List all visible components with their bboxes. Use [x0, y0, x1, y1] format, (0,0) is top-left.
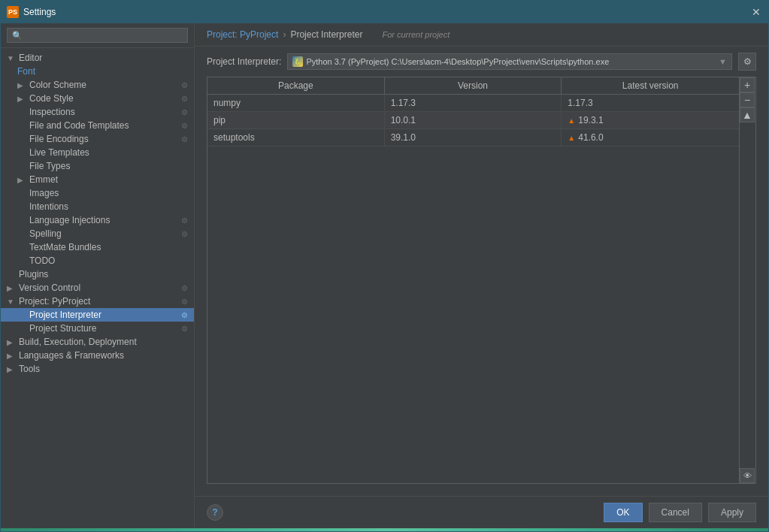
sidebar-item-label: Plugins [19, 269, 48, 280]
upgrade-package-button[interactable]: ▲ [740, 107, 755, 122]
expand-icon: ▼ [7, 298, 17, 306]
table-row[interactable]: numpy 1.17.3 1.17.3 [207, 95, 739, 112]
interpreter-label: Project Interpreter: [207, 56, 281, 67]
breadcrumb-current: Project Interpreter [290, 29, 362, 40]
interpreter-row: Project Interpreter: 🐍 Python 3.7 (PyPro… [195, 47, 768, 77]
sidebar-item-label: Images [29, 188, 59, 198]
sidebar-item-label: TextMate Bundles [29, 242, 101, 252]
expand-icon: ▶ [17, 176, 28, 184]
settings-icon: ⚙ [181, 135, 188, 144]
sidebar-item-label: Editor [19, 53, 42, 63]
app-icon: PS [7, 6, 19, 18]
settings-window: PS Settings ✕ ▼ Editor Font ▶ Col [0, 0, 769, 532]
breadcrumb-project[interactable]: Project: PyProject [207, 29, 278, 40]
main-layout: ▼ Editor Font ▶ Color Scheme ⚙ ▶ Code St… [1, 23, 768, 528]
breadcrumb: Project: PyProject › Project Interpreter… [195, 23, 768, 47]
sidebar-item-label: Emmet [29, 174, 58, 185]
close-button[interactable]: ✕ [750, 6, 762, 18]
sidebar-item-textmate-bundles[interactable]: ▶ TextMate Bundles [1, 240, 194, 254]
sidebar-item-build-execution[interactable]: ▶ Build, Execution, Deployment [1, 335, 194, 349]
sidebar-item-label: Languages & Frameworks [19, 350, 124, 361]
column-latest[interactable]: Latest version [562, 77, 739, 94]
packages-panel: Package Version Latest version numpy [207, 77, 756, 484]
column-version-label: Version [458, 80, 488, 91]
settings-icon: ⚙ [181, 311, 188, 319]
ok-button[interactable]: OK [604, 503, 642, 522]
upgrade-arrow-icon: ▲ [568, 116, 575, 125]
column-package-label: Package [278, 80, 313, 91]
sidebar-item-plugins[interactable]: ▶ Plugins [1, 268, 194, 281]
sidebar-item-label: Font [17, 66, 35, 77]
sidebar-item-color-scheme[interactable]: ▶ Color Scheme ⚙ [1, 78, 194, 92]
sidebar-item-label: Tools [19, 364, 40, 374]
table-container: Package Version Latest version numpy [207, 77, 755, 483]
table-header: Package Version Latest version [207, 77, 739, 95]
interpreter-select[interactable]: 🐍 Python 3.7 (PyProject) C:\Users\acm-4\… [287, 53, 732, 70]
help-icon: ? [212, 507, 217, 518]
sidebar-item-file-code-templates[interactable]: ▶ File and Code Templates ⚙ [1, 119, 194, 132]
sidebar-item-label: Project Interpreter [29, 310, 101, 320]
interpreter-select-text: 🐍 Python 3.7 (PyProject) C:\Users\acm-4\… [292, 56, 609, 67]
status-bar [1, 528, 768, 531]
sidebar: ▼ Editor Font ▶ Color Scheme ⚙ ▶ Code St… [1, 23, 195, 528]
cancel-button[interactable]: Cancel [649, 503, 702, 522]
cell-package-latest: ▲ 19.3.1 [562, 112, 739, 128]
remove-package-button[interactable]: − [740, 92, 755, 107]
interpreter-value: Python 3.7 (PyProject) C:\Users\acm-4\De… [306, 57, 609, 66]
packages-table: Package Version Latest version numpy [207, 77, 739, 483]
sidebar-item-project-pyproject[interactable]: ▼ Project: PyProject ⚙ [1, 295, 194, 308]
sidebar-item-label: TODO [29, 255, 55, 266]
sidebar-item-editor[interactable]: ▼ Editor [1, 51, 194, 65]
sidebar-item-label: Project: PyProject [19, 296, 90, 307]
window-title: Settings [23, 7, 56, 17]
sidebar-item-project-structure[interactable]: ▶ Project Structure ⚙ [1, 322, 194, 335]
settings-icon: ⚙ [181, 95, 188, 103]
sidebar-item-code-style[interactable]: ▶ Code Style ⚙ [1, 92, 194, 105]
cell-package-version: 39.1.0 [385, 129, 562, 146]
sidebar-item-font[interactable]: Font [1, 65, 194, 78]
cell-package-latest: ▲ 41.6.0 [562, 129, 739, 146]
sidebar-item-inspections[interactable]: ▶ Inspections ⚙ [1, 105, 194, 119]
sidebar-item-intentions[interactable]: ▶ Intentions [1, 200, 194, 213]
table-row[interactable]: setuptools 39.1.0 ▲ 41.6.0 [207, 129, 739, 147]
settings-icon: ⚙ [181, 298, 188, 306]
sidebar-item-live-templates[interactable]: ▶ Live Templates [1, 146, 194, 159]
cell-package-version: 10.0.1 [385, 112, 562, 128]
sidebar-item-languages-frameworks[interactable]: ▶ Languages & Frameworks [1, 349, 194, 362]
expand-icon: ▶ [7, 365, 17, 373]
cell-package-version: 1.17.3 [385, 95, 562, 111]
cell-package-name: numpy [207, 95, 385, 111]
table-side-actions: + − ▲ 👁 [739, 77, 755, 483]
sidebar-item-label: Inspections [29, 107, 75, 117]
settings-icon: ⚙ [181, 284, 188, 292]
interpreter-gear-button[interactable]: ⚙ [738, 53, 756, 71]
add-package-button[interactable]: + [740, 77, 755, 92]
sidebar-item-language-injections[interactable]: ▶ Language Injections ⚙ [1, 213, 194, 227]
dropdown-arrow-icon: ▼ [719, 57, 727, 66]
show-paths-button[interactable]: 👁 [740, 468, 755, 483]
sidebar-item-emmet[interactable]: ▶ Emmet [1, 173, 194, 186]
sidebar-item-spelling[interactable]: ▶ Spelling ⚙ [1, 227, 194, 240]
table-row[interactable]: pip 10.0.1 ▲ 19.3.1 [207, 112, 739, 129]
sidebar-item-label: Language Injections [29, 215, 110, 225]
sidebar-item-images[interactable]: ▶ Images [1, 186, 194, 200]
column-package[interactable]: Package [207, 77, 385, 94]
help-button[interactable]: ? [207, 504, 223, 521]
sidebar-item-todo[interactable]: ▶ TODO [1, 254, 194, 268]
expand-icon: ▶ [17, 81, 28, 89]
sidebar-item-file-types[interactable]: ▶ File Types [1, 159, 194, 173]
sidebar-item-label: Project Structure [29, 323, 96, 334]
sidebar-item-project-interpreter[interactable]: ▶ Project Interpreter ⚙ [1, 308, 194, 322]
sidebar-item-file-encodings[interactable]: ▶ File Encodings ⚙ [1, 132, 194, 146]
sidebar-search-input[interactable] [7, 28, 188, 43]
sidebar-item-label: File Encodings [29, 134, 89, 144]
sidebar-item-tools[interactable]: ▶ Tools [1, 362, 194, 376]
column-version[interactable]: Version [385, 77, 562, 94]
breadcrumb-separator: › [283, 29, 286, 40]
upgrade-arrow-icon: ▲ [568, 134, 575, 142]
sidebar-item-label: Version Control [19, 283, 80, 293]
gear-icon: ⚙ [743, 56, 752, 67]
bottom-bar: ? OK Cancel Apply [195, 496, 768, 528]
apply-button[interactable]: Apply [708, 503, 756, 522]
sidebar-item-version-control[interactable]: ▶ Version Control ⚙ [1, 281, 194, 295]
